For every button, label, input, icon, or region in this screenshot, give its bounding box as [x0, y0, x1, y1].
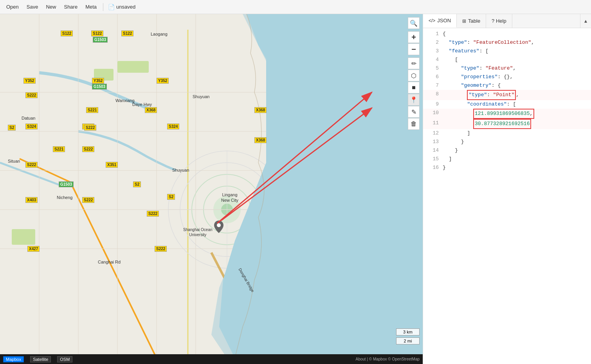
toolbar: Open Save New Share Meta 📄 unsaved [0, 0, 591, 14]
right-panel: </> JSON ⊞ Table ? Help ▲ 1 { 2 [423, 14, 591, 364]
unsaved-indicator: 📄 unsaved [108, 4, 135, 10]
svg-rect-26 [12, 229, 35, 245]
map-tools-panel: 🔍 + − ✏ ⬡ ■ 📍 ✎ 🗑 [408, 17, 420, 130]
new-button[interactable]: New [43, 2, 59, 11]
json-tab-label: JSON [437, 18, 451, 23]
scroll-up-button[interactable]: ▲ [580, 14, 591, 28]
zoom-in-button[interactable]: + [408, 31, 420, 43]
json-line-5: 5 "type": "Feature", [423, 64, 591, 73]
json-line-8: 8 "type": "Point", [423, 90, 591, 100]
scale-2mi: 2 mi [396, 337, 420, 344]
edit-tool-button[interactable]: ✎ [408, 106, 420, 118]
bottom-bar: Mapbox Satellite OSM About | © Mapbox © … [0, 354, 423, 364]
basemap-mapbox-button[interactable]: Mapbox [3, 356, 24, 362]
json-editor[interactable]: 1 { 2 "type": "FeatureCollection", 3 "fe… [423, 28, 591, 364]
map-marker [214, 221, 223, 235]
tab-table[interactable]: ⊞ Table [457, 14, 486, 28]
json-line-10: 10 121.89931869506835, [423, 109, 591, 119]
table-tab-label: Table [468, 18, 480, 24]
json-tab-icon: </> [429, 18, 435, 23]
share-button[interactable]: Share [61, 2, 81, 11]
table-tab-icon: ⊞ [462, 18, 466, 24]
map-render: Laogang Datuan Wanxiang Shuyuan Situan N… [0, 14, 423, 354]
panel-tabs: </> JSON ⊞ Table ? Help ▲ [423, 14, 591, 28]
trash-tool-button[interactable]: 🗑 [408, 118, 420, 130]
json-line-16: 16 } [423, 163, 591, 172]
map-container[interactable]: Laogang Datuan Wanxiang Shuyuan Situan N… [0, 14, 423, 364]
search-tool-button[interactable]: 🔍 [408, 17, 420, 29]
unsaved-label: unsaved [116, 4, 135, 10]
json-line-13: 13 } [423, 138, 591, 146]
basemap-satellite-button[interactable]: Satellite [30, 356, 51, 362]
json-line-14: 14 } [423, 146, 591, 155]
toolbar-separator [103, 3, 103, 11]
pencil-tool-button[interactable]: ✏ [408, 57, 420, 69]
svg-rect-28 [94, 69, 114, 81]
main-content: Laogang Datuan Wanxiang Shuyuan Situan N… [0, 14, 591, 364]
meta-button[interactable]: Meta [82, 2, 100, 11]
basemap-osm-button[interactable]: OSM [57, 356, 72, 362]
json-line-9: 9 "coordinates": [ [423, 100, 591, 109]
svg-point-31 [217, 223, 221, 227]
scroll-up-icon: ▲ [584, 18, 588, 24]
json-line-4: 4 [ [423, 56, 591, 64]
scale-3km: 3 km [396, 328, 420, 335]
hexagon-tool-button[interactable]: ⬡ [408, 70, 420, 81]
square-tool-button[interactable]: ■ [408, 82, 420, 93]
help-tab-label: ? Help [492, 18, 506, 24]
open-button[interactable]: Open [3, 2, 22, 11]
tab-help[interactable]: ? Help [486, 14, 512, 28]
file-icon: 📄 [108, 4, 115, 10]
json-line-3: 3 "features": [ [423, 47, 591, 56]
json-line-15: 15 ] [423, 155, 591, 163]
save-button[interactable]: Save [23, 2, 41, 11]
json-line-1: 1 { [423, 30, 591, 38]
json-line-6: 6 "properties": {}, [423, 73, 591, 81]
json-line-12: 12 ] [423, 129, 591, 138]
tab-json[interactable]: </> JSON [423, 14, 457, 28]
svg-rect-27 [117, 61, 149, 73]
json-line-7: 7 "geometry": { [423, 81, 591, 90]
pin-tool-button[interactable]: 📍 [408, 94, 420, 106]
json-line-11: 11 30.877328921692516 [423, 119, 591, 129]
attribution-text: About | © Mapbox © OpenStreetMap [355, 357, 420, 361]
json-line-2: 2 "type": "FeatureCollection", [423, 38, 591, 47]
zoom-out-button[interactable]: − [408, 43, 420, 55]
